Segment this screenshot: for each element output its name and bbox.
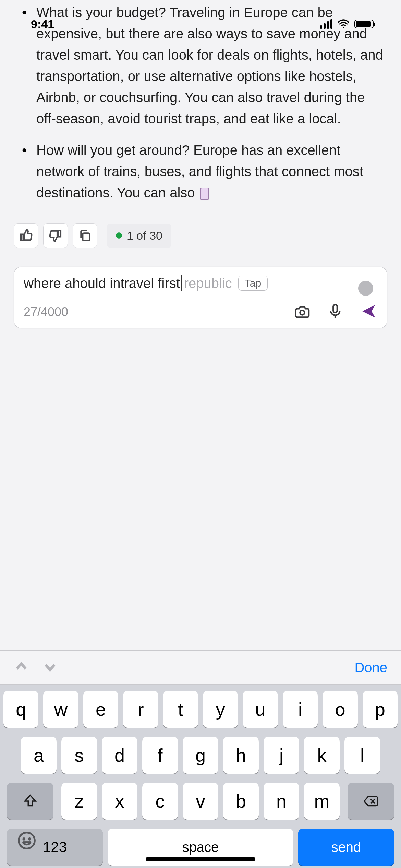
key-q[interactable]: q [3, 691, 38, 728]
svg-rect-2 [333, 305, 337, 313]
input-text: where ahould intravel first [24, 276, 180, 291]
avatar-icon [358, 281, 373, 296]
generation-cursor-icon [200, 188, 209, 200]
status-dot-icon [116, 232, 122, 239]
microphone-button[interactable] [327, 303, 343, 321]
status-time: 9:41 [31, 17, 54, 31]
chat-bullet-text: How will you get around? Europe has an e… [36, 143, 363, 200]
send-button[interactable] [360, 303, 377, 321]
home-indicator[interactable] [146, 857, 255, 861]
message-input[interactable]: where ahould intravel first republic Tap… [14, 267, 387, 328]
send-key[interactable]: send [298, 829, 394, 866]
keyboard-accessory: Done [0, 650, 401, 685]
key-b[interactable]: b [223, 783, 259, 820]
battery-icon [354, 20, 374, 28]
response-count-badge[interactable]: 1 of 30 [107, 224, 171, 248]
key-p[interactable]: p [363, 691, 398, 728]
svg-point-1 [300, 310, 304, 315]
shift-key[interactable] [7, 783, 53, 820]
camera-button[interactable] [294, 303, 310, 321]
copy-button[interactable] [73, 223, 97, 248]
thumbs-down-button[interactable] [43, 223, 68, 248]
input-area: where ahould intravel first republic Tap… [0, 256, 401, 342]
key-u[interactable]: u [243, 691, 278, 728]
char-counter: 27/4000 [24, 305, 68, 319]
thumbs-up-button[interactable] [14, 223, 38, 248]
prev-field-button[interactable] [14, 659, 29, 676]
key-w[interactable]: w [43, 691, 78, 728]
key-o[interactable]: o [323, 691, 357, 728]
status-indicators [320, 18, 374, 30]
key-g[interactable]: g [183, 737, 218, 774]
key-a[interactable]: a [21, 737, 57, 774]
emoji-button[interactable] [17, 831, 36, 850]
key-t[interactable]: t [163, 691, 198, 728]
key-l[interactable]: l [344, 737, 380, 774]
svg-point-3 [19, 833, 35, 849]
key-k[interactable]: k [304, 737, 340, 774]
input-suggestion: republic [184, 276, 232, 291]
feedback-row: 1 of 30 [0, 214, 401, 256]
svg-rect-0 [83, 233, 89, 241]
key-r[interactable]: r [123, 691, 158, 728]
badge-text: 1 of 30 [127, 229, 162, 242]
key-y[interactable]: y [203, 691, 238, 728]
key-n[interactable]: n [264, 783, 299, 820]
key-m[interactable]: m [304, 783, 340, 820]
svg-point-4 [23, 838, 25, 840]
key-v[interactable]: v [183, 783, 218, 820]
key-e[interactable]: e [83, 691, 118, 728]
key-j[interactable]: j [264, 737, 299, 774]
tap-suggestion-button[interactable]: Tap [238, 276, 268, 291]
svg-point-5 [29, 838, 30, 840]
next-field-button[interactable] [42, 659, 58, 676]
key-c[interactable]: c [142, 783, 178, 820]
key-x[interactable]: x [102, 783, 137, 820]
chat-bullet: How will you get around? Europe has an e… [17, 140, 384, 203]
text-caret-icon [181, 275, 182, 291]
key-i[interactable]: i [283, 691, 318, 728]
key-d[interactable]: d [102, 737, 137, 774]
keyboard: qwertyuiop asdfghjkl zxcvbnm 123 space s… [0, 685, 401, 868]
key-h[interactable]: h [223, 737, 259, 774]
key-f[interactable]: f [142, 737, 178, 774]
key-s[interactable]: s [61, 737, 97, 774]
wifi-icon [337, 18, 350, 30]
cellular-signal-icon [320, 19, 332, 29]
status-bar: 9:41 [0, 14, 401, 34]
backspace-key[interactable] [348, 783, 394, 820]
done-button[interactable]: Done [354, 660, 387, 675]
key-z[interactable]: z [61, 783, 97, 820]
